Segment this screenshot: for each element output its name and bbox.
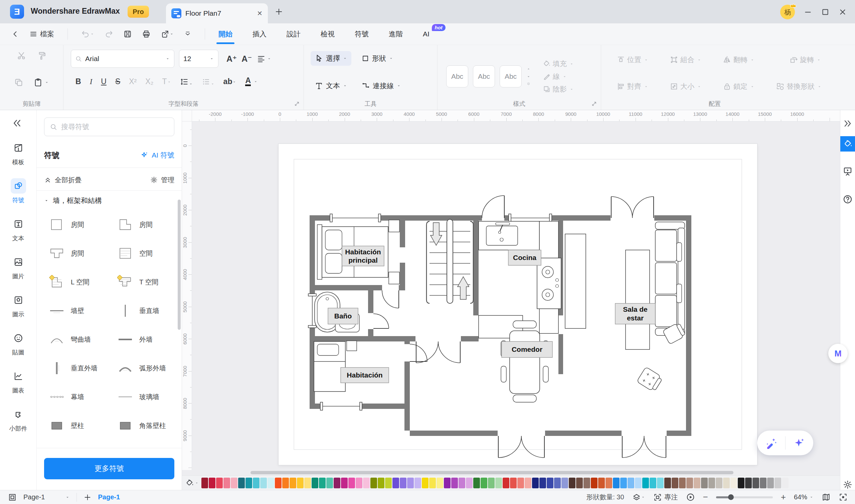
replace-shape-button[interactable]: 替換形狀 — [772, 79, 825, 94]
ribbon-tab[interactable]: 設計 — [277, 23, 311, 45]
magic-wand-button[interactable] — [765, 437, 777, 449]
color-swatch[interactable] — [348, 478, 355, 488]
section-caret-icon[interactable] — [44, 198, 49, 203]
symbol-corner-pillar[interactable]: 角落壁柱 — [108, 411, 177, 440]
undo-dropdown-icon[interactable] — [90, 32, 94, 36]
sidebar-item-template[interactable]: 模板 — [11, 140, 26, 166]
color-swatch[interactable] — [561, 478, 568, 488]
redo-button[interactable] — [105, 30, 113, 38]
manage-button[interactable]: 管理 — [150, 176, 174, 184]
color-swatch[interactable] — [503, 478, 509, 488]
color-swatch[interactable] — [495, 478, 502, 488]
expand-right-panel-icon[interactable] — [843, 119, 852, 128]
format-painter-icon[interactable] — [37, 51, 47, 60]
color-swatch[interactable] — [591, 478, 597, 488]
symbol-room-l[interactable]: 房間 — [108, 210, 177, 239]
style-more-icon[interactable] — [526, 82, 531, 87]
color-swatch[interactable] — [458, 478, 465, 488]
color-swatch[interactable] — [216, 478, 223, 488]
print-button[interactable] — [142, 30, 151, 38]
color-swatch[interactable] — [466, 478, 473, 488]
color-swatch[interactable] — [642, 478, 649, 488]
style-preset-2[interactable]: Abc — [473, 66, 495, 87]
color-swatch[interactable] — [782, 478, 788, 488]
horizontal-scrollbar[interactable] — [182, 470, 840, 475]
text-align-button[interactable] — [257, 54, 272, 63]
sidebar-item-sticker[interactable]: 貼圖 — [11, 330, 26, 357]
panel-scrollbar[interactable] — [178, 200, 181, 330]
color-swatch[interactable] — [429, 478, 436, 488]
color-swatch[interactable] — [774, 478, 781, 488]
format-panel-button[interactable] — [840, 136, 855, 151]
color-swatch[interactable] — [356, 478, 362, 488]
text-case-button[interactable]: T — [162, 77, 171, 86]
canvas-area[interactable]: Habitación principal Baño Habitación Coc… — [182, 110, 840, 490]
undo-button[interactable] — [81, 30, 94, 38]
fill-color-icon[interactable] — [185, 479, 199, 487]
color-swatch[interactable] — [297, 478, 303, 488]
color-swatch[interactable] — [738, 478, 745, 488]
color-swatch[interactable] — [231, 478, 238, 488]
symbol-wall-ext-arc[interactable]: 弧形外墙 — [108, 354, 177, 382]
zoom-level[interactable]: 64% — [794, 493, 814, 501]
lock-button[interactable]: 鎖定 — [719, 79, 758, 94]
strikethrough-button[interactable]: S — [115, 77, 120, 86]
symbol-wall-h[interactable]: 墙壁 — [40, 296, 108, 325]
layers-button[interactable] — [632, 493, 645, 502]
color-swatch[interactable] — [224, 478, 230, 488]
color-swatch[interactable] — [341, 478, 348, 488]
symbol-wall-ext-v[interactable]: 垂直外墙 — [40, 354, 108, 382]
color-swatch[interactable] — [385, 478, 392, 488]
color-swatch[interactable] — [253, 478, 260, 488]
color-swatch[interactable] — [628, 478, 634, 488]
present-play-button[interactable] — [686, 493, 695, 502]
color-swatch[interactable] — [767, 478, 774, 488]
canvas-settings-gear-icon[interactable] — [843, 480, 852, 489]
color-swatch[interactable] — [532, 478, 539, 488]
position-button[interactable]: 位置 — [613, 52, 651, 67]
color-swatch[interactable] — [238, 478, 245, 488]
align-button[interactable]: 對齊 — [613, 79, 651, 94]
bold-button[interactable]: B — [75, 77, 81, 86]
color-swatch[interactable] — [363, 478, 370, 488]
color-swatch[interactable] — [392, 478, 399, 488]
symbol-curtain-wall[interactable]: 幕墙 — [40, 382, 108, 411]
symbol-search[interactable] — [44, 118, 174, 136]
shape-tool[interactable]: 形狀 — [357, 51, 398, 66]
color-swatch[interactable] — [606, 478, 612, 488]
color-swatch[interactable] — [657, 478, 664, 488]
add-page-button[interactable] — [84, 493, 91, 501]
color-swatch[interactable] — [620, 478, 627, 488]
ribbon-tab[interactable]: 檢視 — [311, 23, 345, 45]
symbol-wall-v[interactable]: 垂直墙 — [108, 296, 177, 325]
quick-share-button[interactable] — [161, 30, 174, 38]
color-swatch[interactable] — [517, 478, 524, 488]
color-swatch[interactable] — [451, 478, 458, 488]
color-swatch[interactable] — [370, 478, 377, 488]
style-scroll-up-icon[interactable] — [526, 67, 531, 71]
sidebar-item-widget[interactable]: 小部件 — [10, 407, 28, 433]
focus-mode-button[interactable]: 專注 — [653, 493, 678, 502]
subscript-button[interactable]: X₂ — [145, 77, 153, 86]
color-swatch[interactable] — [525, 478, 531, 488]
assistant-logo[interactable]: M — [828, 344, 848, 363]
font-group-expand-icon[interactable] — [294, 101, 300, 107]
text-highlight-button[interactable]: ab — [224, 77, 237, 86]
underline-button[interactable]: U — [101, 77, 107, 86]
cut-icon[interactable] — [17, 51, 26, 60]
sidebar-item-chart[interactable]: 圖表 — [11, 368, 26, 395]
drawing-page[interactable]: Habitación principal Baño Habitación Coc… — [279, 144, 757, 465]
symbol-wall-curved[interactable]: 彎曲墙 — [40, 325, 108, 354]
decrease-font-button[interactable]: A⁻ — [242, 54, 252, 64]
stairs[interactable] — [426, 219, 473, 303]
zoom-in-button[interactable]: + — [781, 492, 786, 502]
color-swatch[interactable] — [679, 478, 686, 488]
color-swatch[interactable] — [481, 478, 487, 488]
color-swatch[interactable] — [444, 478, 451, 488]
bullet-list-button[interactable] — [202, 77, 215, 86]
line-spacing-button[interactable] — [180, 77, 193, 86]
color-swatch[interactable] — [275, 478, 282, 488]
ribbon-tab[interactable]: 進階 — [379, 23, 413, 45]
color-swatch[interactable] — [245, 478, 252, 488]
color-swatch[interactable] — [202, 478, 208, 488]
